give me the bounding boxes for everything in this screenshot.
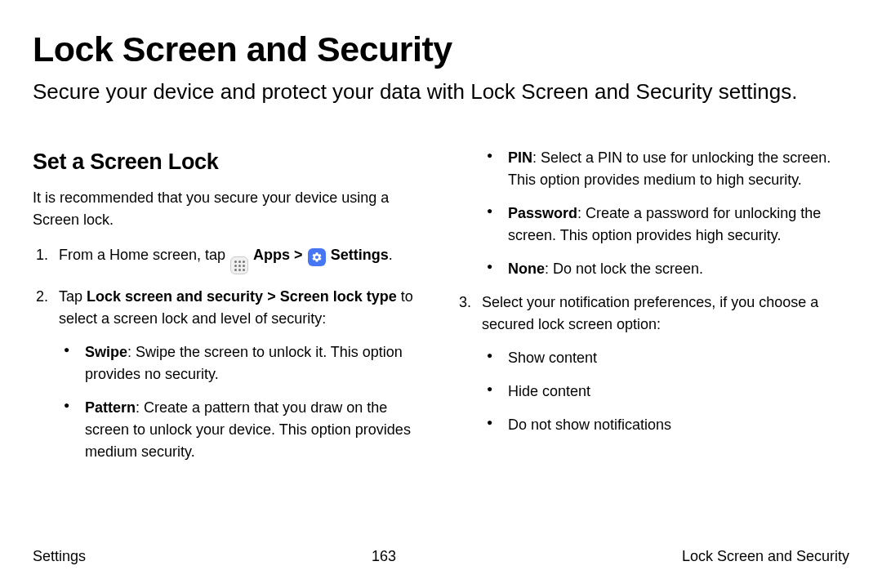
- notify-bullets: Show content Hide content Do not show no…: [482, 347, 849, 436]
- bullet-pattern: Pattern: Create a pattern that you draw …: [59, 397, 426, 463]
- bullet-show-content: Show content: [482, 347, 849, 369]
- step-3: Select your notification preferences, if…: [456, 292, 849, 436]
- section-intro: It is recommended that you secure your d…: [33, 187, 426, 231]
- footer-right: Lock Screen and Security: [682, 548, 849, 565]
- bullet-no-notifications: Do not show notifications: [482, 414, 849, 436]
- apps-icon: [230, 256, 248, 274]
- step-1: From a Home screen, tap Apps > Settings.: [33, 244, 426, 275]
- breadcrumb-separator: >: [294, 247, 307, 263]
- steps-list: From a Home screen, tap Apps > Settings.…: [33, 244, 426, 464]
- left-column: Set a Screen Lock It is recommended that…: [33, 145, 426, 474]
- step-2-prefix: Tap: [59, 288, 87, 305]
- bullet-swipe: Swipe: Swipe the screen to unlock it. Th…: [59, 341, 426, 385]
- step-1-prefix: From a Home screen, tap: [59, 247, 229, 263]
- steps-list-cont: Select your notification preferences, if…: [456, 292, 849, 436]
- bullet-password: Password: Create a password for unlockin…: [482, 203, 849, 247]
- step-3-text: Select your notification preferences, if…: [482, 294, 818, 332]
- gear-icon: [308, 248, 326, 266]
- bullet-hide-content: Hide content: [482, 381, 849, 403]
- lock-type-bullets-right: PIN: Select a PIN to use for unlocking t…: [456, 147, 849, 280]
- apps-label: Apps: [253, 247, 290, 263]
- page-subtitle: Secure your device and protect your data…: [33, 78, 849, 106]
- page-title: Lock Screen and Security: [33, 29, 849, 69]
- footer-page-number: 163: [372, 548, 396, 565]
- bullet-none: None: Do not lock the screen.: [482, 258, 849, 280]
- step-2: Tap Lock screen and security > Screen lo…: [33, 286, 426, 463]
- section-heading: Set a Screen Lock: [33, 145, 426, 179]
- step-1-end: .: [389, 247, 393, 263]
- lock-type-bullets-left: Swipe: Swipe the screen to unlock it. Th…: [59, 341, 426, 463]
- footer-left: Settings: [33, 548, 86, 565]
- step-2-path: Lock screen and security > Screen lock t…: [87, 288, 397, 305]
- settings-label: Settings: [331, 247, 389, 263]
- page-footer: Settings 163 Lock Screen and Security: [33, 548, 849, 565]
- right-column: PIN: Select a PIN to use for unlocking t…: [456, 145, 849, 474]
- bullet-pin: PIN: Select a PIN to use for unlocking t…: [482, 147, 849, 191]
- content-area: Set a Screen Lock It is recommended that…: [33, 145, 849, 474]
